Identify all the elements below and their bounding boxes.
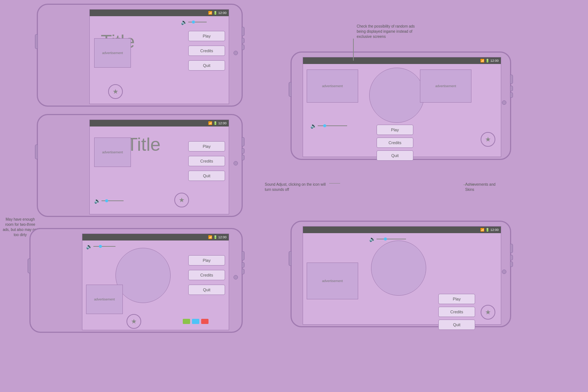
credits-button-5[interactable]: Credits [438,307,475,317]
side-button-left-3 [28,259,31,273]
status-bar-4: 📶 🔋 12:00 [303,57,501,64]
annotation-line-sa [329,183,340,183]
ad-box-2: advertisement [94,138,131,167]
quit-button-3[interactable]: Quit [188,285,225,295]
star-button-1[interactable]: ★ [108,84,123,99]
sound-control-4[interactable]: 🔉 [310,123,347,129]
status-icons-5: 📶 🔋 12:00 [480,228,499,232]
sound-slider-2 [101,200,124,201]
sound-slider-4 [318,125,347,126]
status-icons-3: 📶 🔋 12:00 [208,235,227,239]
swatch-blue [192,319,199,324]
play-button-5[interactable]: Play [438,294,475,304]
screen-content-3: 🔉 advertisement ★ Play Credits Quit [82,240,229,331]
screen-5: 📶 🔋 12:00 🔉 advertisement ★ Play [303,226,501,325]
side-button-right-4a [510,75,513,84]
play-button-1[interactable]: Play [188,31,225,41]
star-button-3[interactable]: ★ [126,314,141,329]
annotation-sound: Sound Adjust, clicking on the icon will … [265,182,331,192]
camera-dot-5 [502,270,506,274]
side-button-left-4 [289,82,292,97]
side-button-right-2a [242,137,245,146]
camera-dot-3 [234,275,238,279]
play-button-3[interactable]: Play [188,255,225,266]
status-bar-2: 📶 🔋 12:00 [90,120,229,126]
sound-icon-2: 🔉 [94,198,100,204]
play-button-2[interactable]: Play [188,141,225,152]
side-button-right-4b [510,86,513,91]
phone-frame-1: 📶 🔋 12:00 🔉 Title advertisement ★ Play [37,4,243,107]
sound-dot-1 [192,21,195,24]
side-button-right-1 [242,27,245,36]
play-button-4[interactable]: Play [377,125,413,135]
side-button-right-3 [242,44,245,50]
quit-button-2[interactable]: Quit [188,171,225,181]
quit-button-1[interactable]: Quit [188,60,225,71]
status-icons-4: 📶 🔋 12:00 [480,59,499,63]
annotation-achievements: Achievements and Skins [465,182,502,192]
side-button-right-5c [510,261,513,267]
side-button-right-3b [242,262,245,268]
sound-slider-3 [93,246,115,247]
side-button-right-2b [242,148,245,154]
phone-frame-5: 📶 🔋 12:00 🔉 advertisement ★ Play [291,221,511,327]
swatch-red [201,319,209,324]
annotation-line-tr [353,39,354,61]
side-button-right-2 [242,38,245,43]
sound-dot-2 [105,199,108,202]
ad-label-3: advertisement [94,297,115,301]
swatch-green [183,319,190,324]
phone-frame-4: 📶 🔋 12:00 advertisement advertisement 🔉 … [291,51,511,160]
sound-icon-3: 🔉 [86,243,92,249]
sound-icon-4: 🔉 [310,123,317,129]
ad-label-4b: advertisement [435,84,456,88]
credits-button-2[interactable]: Credits [188,156,225,166]
screen-content-4: advertisement advertisement 🔉 ★ Play [303,64,501,157]
status-bar-1: 📶 🔋 12:00 [90,10,229,16]
sound-icon-1: 🔉 [181,19,187,25]
sound-dot-4 [323,124,326,127]
screen-2: 📶 🔋 12:00 Title advertisement 🔉 ★ Play [89,120,229,214]
sound-control-1[interactable]: 🔉 [181,19,207,25]
side-button-right-3c [242,269,245,274]
annotation-top-right: Check the possibility of random ads bein… [357,24,423,39]
credits-button-3[interactable]: Credits [188,270,225,280]
screen-1: 📶 🔋 12:00 🔉 Title advertisement ★ Play [89,9,229,104]
side-button-left-2 [35,145,38,159]
sound-icon-5: 🔉 [369,236,375,242]
camera-dot-4 [502,100,506,105]
side-button-left [35,34,38,49]
star-button-2[interactable]: ★ [174,193,189,207]
logo-circle-4 [369,68,424,123]
quit-button-5[interactable]: Quit [438,320,475,330]
status-bar-3: 📶 🔋 12:00 [82,234,229,240]
screen-content-1: 🔉 Title advertisement ★ Play Credits Qui… [90,16,229,104]
sound-control-2[interactable]: 🔉 [94,198,124,204]
camera-dot-2 [234,161,238,165]
side-button-right-5a [510,244,513,253]
star-button-4[interactable]: ★ [481,132,495,147]
sound-dot-3 [99,245,102,248]
sound-dot-5 [384,238,387,240]
credits-button-1[interactable]: Credits [188,46,225,56]
credits-button-4[interactable]: Credits [377,138,413,148]
quit-button-4[interactable]: Quit [377,150,413,161]
star-button-5[interactable]: ★ [481,305,495,320]
side-button-right-3a [242,251,245,260]
status-icons-1: 📶 🔋 12:00 [208,11,227,15]
phone-frame-3: 📶 🔋 12:00 🔉 advertisement ★ Play [29,228,243,333]
screen-4: 📶 🔋 12:00 advertisement advertisement 🔉 … [303,57,501,157]
ad-box-4a: advertisement [307,70,358,103]
side-button-right-2c [242,155,245,160]
ad-label-5: advertisement [322,279,343,283]
sound-control-3[interactable]: 🔉 [86,243,115,249]
sound-slider-1 [188,22,207,22]
logo-circle-3 [115,248,171,303]
annotation-line-ach [463,185,474,185]
status-icons-2: 📶 🔋 12:00 [208,121,227,125]
side-button-right-5b [510,255,513,260]
ad-box-4b: advertisement [420,70,471,103]
ad-label-1: advertisement [102,51,123,55]
logo-circle-5 [371,240,426,296]
ad-box-3: advertisement [86,285,123,314]
